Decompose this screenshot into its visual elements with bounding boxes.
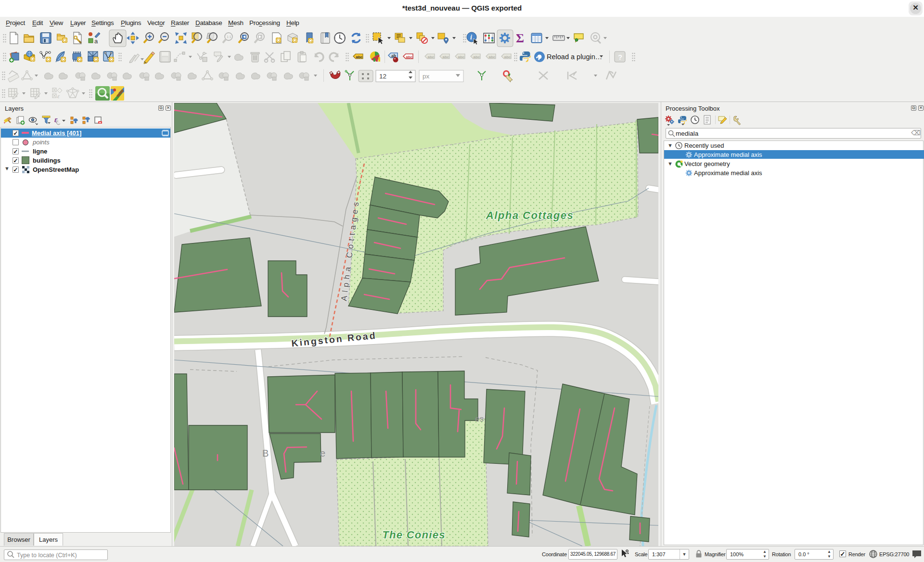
svg-text:Reload a plugin…: Reload a plugin… xyxy=(547,53,602,61)
svg-text:e: e xyxy=(320,448,325,459)
svg-text:12: 12 xyxy=(379,73,386,80)
svg-text:B: B xyxy=(262,448,269,459)
svg-text:a: a xyxy=(94,38,98,45)
svg-text:px: px xyxy=(423,73,430,80)
svg-text:Alpha Cottages: Alpha Cottages xyxy=(486,209,574,221)
svg-text:The Conies: The Conies xyxy=(382,529,446,541)
svg-text:es: es xyxy=(475,414,484,423)
